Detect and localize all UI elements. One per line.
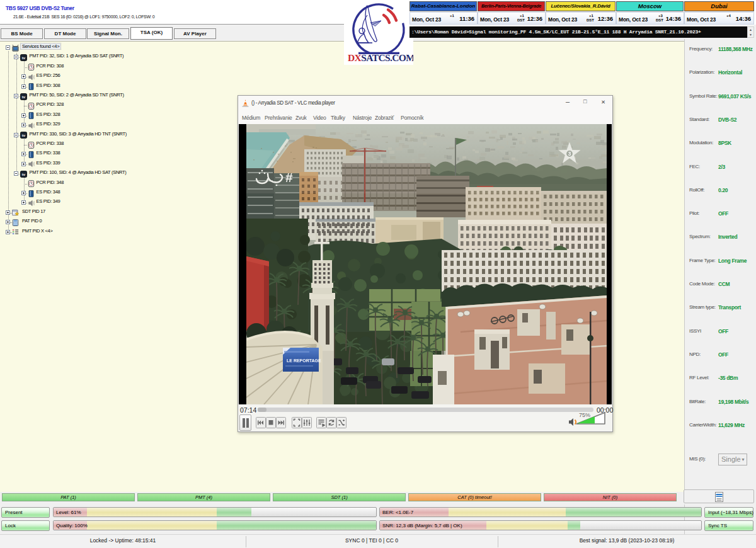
svg-text:DXSATCS.COM: DXSATCS.COM [348, 52, 413, 63]
svg-text:tv: tv [21, 95, 25, 99]
svg-text:tv: tv [21, 173, 25, 176]
svg-text:tv: tv [21, 134, 25, 137]
svg-text:tv: tv [21, 56, 25, 60]
